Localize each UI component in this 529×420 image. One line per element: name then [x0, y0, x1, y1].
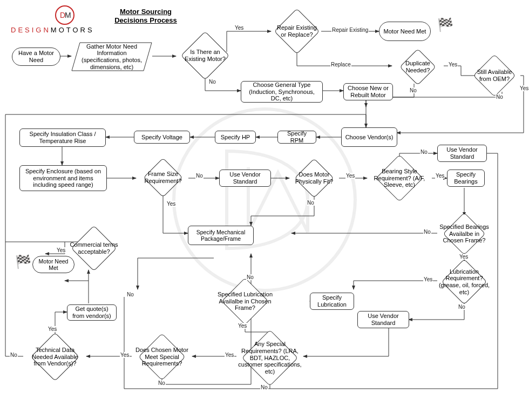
node-spec-insulation: Specify Insulation Class / Temperature R… [19, 128, 106, 147]
node-existing-motor: Is There an Existing Motor? [176, 33, 234, 78]
label-no: No [423, 229, 431, 235]
node-any-special: Any Special Requirements? (LRA, BDT, HAZ… [234, 331, 306, 384]
label-yes: Yes [345, 173, 355, 179]
label-yes: Yes [166, 201, 176, 207]
label-no: No [420, 149, 428, 155]
node-vendor-std-1: Use Vendor Standard [219, 170, 271, 187]
node-get-quotes: Get quote(s) from vendor(s) [67, 304, 117, 321]
label-no: No [307, 200, 315, 206]
label-yes: Yes [448, 62, 458, 67]
label-no: No [409, 87, 417, 93]
label-yes: Yes [120, 352, 130, 358]
node-spec-mech-pkg: Specify Mechanical Package/Frame [188, 226, 254, 245]
node-spec-enclosure: Specify Enclosure (based on environment … [19, 165, 107, 191]
node-oem-available: Still Available from OEM? [469, 55, 520, 96]
label-yes: Yes [238, 323, 247, 329]
node-lube-req: Lubrication Requirement? (grease, oil, f… [432, 260, 497, 303]
label-repair-existing: Repair Existing [331, 27, 369, 33]
label-yes: Yes [459, 254, 469, 260]
node-motor-fit: Does Motor Physically Fit? [289, 160, 339, 197]
node-frame-size-req: Frame Size Requirement? [136, 161, 190, 194]
node-spec-bearings: Specify Bearings [447, 170, 485, 187]
label-no: No [260, 384, 268, 390]
node-spec-rpm: Specify RPM [277, 131, 316, 144]
node-spec-lube: Specify Lubrication [310, 293, 354, 310]
label-yes: Yes [48, 326, 57, 332]
label-no: No [158, 380, 166, 386]
node-choose-vendor: Choose Vendor(s) [341, 127, 397, 147]
label-no: No [208, 79, 216, 85]
label-yes: Yes [519, 85, 529, 91]
node-bearing-style: Bearing Style Requirement? (A/F, Sleeve,… [367, 157, 432, 200]
node-vendor-std-2: Use Vendor Standard [437, 145, 487, 162]
label-yes: Yes [435, 173, 445, 179]
node-choose-type: Choose General Type (Induction, Synchron… [241, 81, 323, 103]
label-no: No [10, 352, 18, 358]
node-motor-need-met-2: Motor Need Met [32, 256, 74, 273]
node-meet-special: Does Chosen Motor Meet Special Requireme… [132, 335, 192, 379]
node-have-motor-need: Have a Motor Need [12, 48, 60, 66]
node-motor-need-met-1: Motor Need Met [379, 22, 431, 41]
label-no: No [195, 173, 204, 179]
node-duplicate-needed: Duplicate Needed? [392, 51, 444, 83]
node-lube-avail: Specified Lubrication Availalbe in Chose… [212, 280, 279, 323]
label-replace: Replace [330, 62, 351, 67]
node-bearings-avail: Specified Bearings Availalbe in Chosen F… [436, 215, 492, 253]
label-yes: Yes [225, 352, 234, 358]
node-new-or-rebuilt: Choose New or Rebuilt Motor [343, 83, 393, 100]
node-tech-data: Technical Data Needed Available from Ven… [24, 334, 86, 380]
label-no: No [458, 304, 466, 310]
label-no: No [496, 94, 504, 100]
label-no: No [126, 292, 134, 297]
flowchart: D M DESIGNMOTORS Motor Sourcing Decision… [0, 0, 529, 420]
node-spec-voltage: Specify Voltage [134, 131, 190, 144]
node-vendor-std-3: Use Vendor Standard [357, 311, 409, 328]
label-no: No [246, 274, 254, 280]
node-spec-hp: Specify HP [215, 131, 256, 144]
node-gather-info: Gather Motor Need Information (specifica… [71, 42, 152, 71]
node-repair-replace: Repair Existing or Replace? [271, 10, 323, 53]
label-yes: Yes [234, 25, 244, 31]
